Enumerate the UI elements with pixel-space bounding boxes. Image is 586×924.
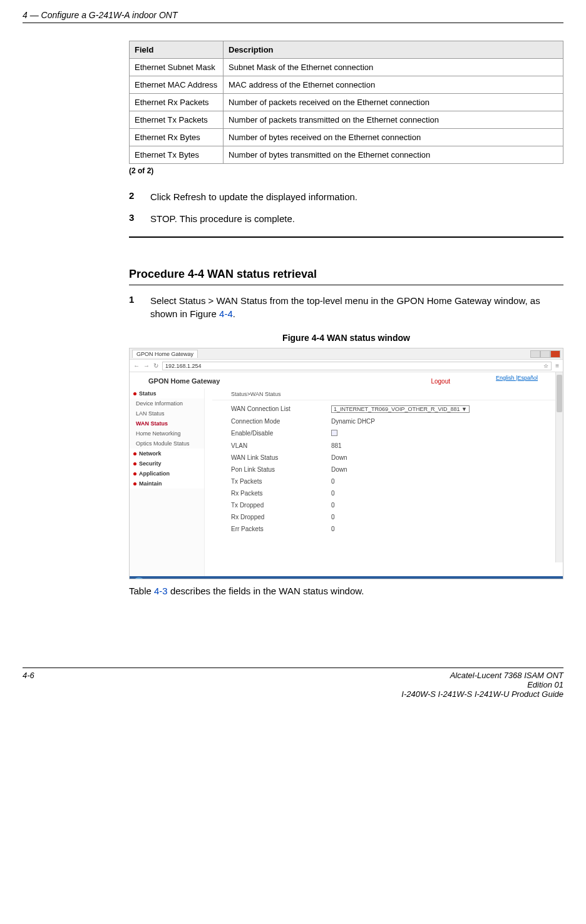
language-links[interactable]: English |Español: [496, 375, 538, 381]
form-row: WAN Connection List 1_INTERNET_TR069_VOI…: [231, 403, 563, 415]
sidebar-group-status[interactable]: Status: [130, 388, 204, 399]
step-number: 2: [129, 190, 138, 203]
footer-page-number: 4-6: [23, 671, 34, 699]
minimize-button[interactable]: [530, 350, 540, 358]
th-description: Description: [224, 41, 563, 59]
sidebar-group-security[interactable]: Security: [130, 459, 204, 469]
step-number: 1: [129, 294, 138, 320]
taskbar-firefox-icon[interactable]: 🦊: [177, 579, 189, 579]
bullet-icon: [133, 462, 136, 465]
table-pagination-caption: (2 of 2): [129, 166, 563, 175]
back-icon[interactable]: ←: [133, 362, 140, 369]
sidebar-item-wan-status[interactable]: WAN Status: [130, 419, 204, 429]
row-label: Connection Mode: [231, 418, 331, 425]
row-label: Tx Packets: [231, 478, 331, 485]
close-button[interactable]: [550, 350, 560, 358]
enable-disable-checkbox[interactable]: [331, 430, 337, 437]
figure-caption: Figure 4-4 WAN status window: [129, 333, 563, 343]
browser-tab[interactable]: GPON Home Gateway: [132, 350, 198, 358]
main-panel: Status>WAN Status WAN Connection List 1_…: [205, 388, 563, 576]
step-number: 3: [129, 212, 138, 225]
row-value: 0: [331, 502, 335, 509]
start-button-icon[interactable]: [132, 577, 146, 579]
procedure-step: 2 Click Refresh to update the displayed …: [129, 190, 563, 203]
footer-right: Alcatel-Lucent 7368 ISAM ONT Edition 01 …: [401, 671, 563, 699]
tray-time: 15:07: [548, 579, 560, 579]
row-value: 881: [331, 442, 342, 449]
cell-field: Ethernet Rx Packets: [130, 94, 224, 111]
step-text-post: .: [233, 308, 235, 319]
scrollbar[interactable]: [555, 372, 563, 562]
th-field: Field: [130, 41, 224, 59]
sidebar-item-device-info[interactable]: Device Information: [130, 399, 204, 409]
logout-link[interactable]: Logout: [431, 378, 450, 385]
sidebar-group-application[interactable]: Application: [130, 469, 204, 479]
cell-description: Number of packets received on the Ethern…: [224, 94, 563, 111]
taskbar-app-icon[interactable]: 📄: [205, 579, 218, 579]
sidebar-group-label: Security: [139, 460, 162, 467]
table-row: Ethernet MAC Address MAC address of the …: [130, 76, 563, 94]
cell-field: Ethernet Tx Packets: [130, 111, 224, 129]
cell-field: Ethernet Subnet Mask: [130, 59, 224, 76]
taskbar-word-icon[interactable]: W: [249, 579, 261, 579]
form-row: Pon Link Status Down: [231, 464, 563, 475]
row-value: 0: [331, 478, 335, 485]
cell-field: Ethernet Rx Bytes: [130, 129, 224, 146]
table-header-row: Field Description: [130, 41, 563, 59]
windows-taskbar: 🌐 📁 🦊 ◯ 📄 📘 🧩 W ▴ 🕪 📶 15:07 2013/12/18: [130, 576, 563, 579]
row-label: Tx Dropped: [231, 502, 331, 509]
form-row: Rx Packets 0: [231, 487, 563, 499]
taskbar-app-icon[interactable]: 📘: [220, 579, 232, 579]
table-row: Ethernet Subnet Mask Subnet Mask of the …: [130, 59, 563, 76]
table-link[interactable]: 4-3: [154, 586, 168, 596]
table-row: Ethernet Tx Packets Number of packets tr…: [130, 111, 563, 129]
footer-line2: Edition 01: [527, 680, 563, 689]
form-row: Err Packets 0: [231, 523, 563, 535]
row-label: Enable/Disable: [231, 430, 331, 437]
wan-connection-select[interactable]: 1_INTERNET_TR069_VOIP_OTHER_R_VID_881 ▼: [331, 405, 470, 413]
bookmark-star-icon[interactable]: ☆: [543, 363, 548, 369]
procedure-heading: Procedure 4-4 WAN status retrieval: [129, 268, 563, 285]
row-label: Pon Link Status: [231, 466, 331, 473]
taskbar-app-icon[interactable]: 🧩: [234, 579, 247, 579]
page-footer: 4-6 Alcatel-Lucent 7368 ISAM ONT Edition…: [23, 668, 563, 699]
sidebar-item-optics-module[interactable]: Optics Module Status: [130, 439, 204, 449]
row-label: Rx Dropped: [231, 514, 331, 520]
page-header: 4 — Configure a G-241W-A indoor ONT: [23, 10, 563, 23]
taskbar-chrome-icon[interactable]: ◯: [191, 579, 203, 579]
sidebar-item-home-networking[interactable]: Home Networking: [130, 429, 204, 439]
field-description-table: Field Description Ethernet Subnet Mask S…: [129, 41, 563, 164]
sidebar-item-lan-status[interactable]: LAN Status: [130, 409, 204, 419]
url-field[interactable]: 192.168.1.254 ☆: [162, 362, 552, 370]
wan-status-screenshot: GPON Home Gateway ← → ↻ 192.168.1.254 ☆ …: [129, 348, 563, 579]
forward-icon[interactable]: →: [143, 362, 150, 369]
figure-link[interactable]: 4-4: [219, 308, 233, 319]
text-pre: Table: [129, 586, 154, 596]
cell-field: Ethernet Tx Bytes: [130, 146, 224, 164]
bullet-icon: [133, 472, 136, 475]
sidebar-group-maintain[interactable]: Maintain: [130, 479, 204, 489]
procedure-step: 1 Select Status > WAN Status from the to…: [129, 294, 563, 320]
footer-line1: Alcatel-Lucent 7368 ISAM ONT: [450, 671, 563, 680]
checkbox-icon: [331, 430, 337, 436]
row-label: WAN Connection List: [231, 405, 331, 413]
step-text: Click Refresh to update the displayed in…: [150, 190, 563, 203]
row-value: Dynamic DHCP: [331, 418, 375, 425]
cell-description: Subnet Mask of the Ethernet connection: [224, 59, 563, 76]
text-post: describes the fields in the WAN status w…: [168, 586, 364, 596]
footer-line3: I-240W-S I-241W-S I-241W-U Product Guide: [401, 689, 563, 699]
taskbar-ie-icon[interactable]: 🌐: [148, 579, 160, 579]
reload-icon[interactable]: ↻: [153, 362, 158, 369]
form-row: Tx Dropped 0: [231, 499, 563, 511]
table-row: Ethernet Tx Bytes Number of bytes transm…: [130, 146, 563, 164]
taskbar-explorer-icon[interactable]: 📁: [162, 579, 175, 579]
menu-icon[interactable]: ≡: [555, 362, 559, 369]
form-row: Tx Packets 0: [231, 475, 563, 487]
maximize-button[interactable]: [540, 350, 550, 358]
row-value: Down: [331, 454, 347, 461]
row-value: Down: [331, 466, 347, 473]
cell-description: Number of bytes received on the Ethernet…: [224, 129, 563, 146]
form-row: Enable/Disable: [231, 427, 563, 440]
sidebar-group-network[interactable]: Network: [130, 449, 204, 459]
scrollbar-thumb[interactable]: [557, 375, 562, 412]
